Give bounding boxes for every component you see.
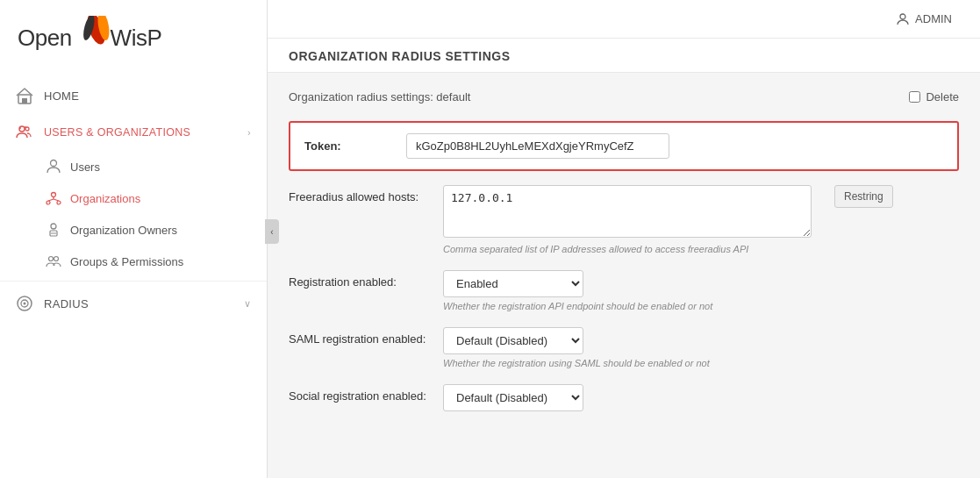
sidebar-item-groups-permissions-label: Groups & Permissions	[70, 255, 183, 268]
token-field-highlighted: Token:	[289, 121, 959, 171]
logo-icon	[68, 16, 112, 60]
svg-line-15	[54, 199, 59, 201]
sidebar-item-users[interactable]: Users	[0, 151, 267, 182]
svg-rect-4	[22, 98, 27, 103]
freeradius-label: Freeradius allowed hosts:	[289, 185, 429, 203]
sidebar-item-organizations[interactable]: Organizations	[0, 182, 267, 214]
groups-icon	[46, 253, 61, 269]
form-section-title: Organization radius settings: default	[289, 90, 470, 103]
form-section-header: Organization radius settings: default De…	[289, 90, 959, 107]
sidebar-divider	[0, 281, 267, 282]
org-icon	[46, 190, 61, 206]
sidebar-collapse-button[interactable]: ‹	[265, 219, 279, 244]
restring-button[interactable]: Restring	[834, 185, 893, 208]
svg-point-11	[46, 201, 50, 204]
sidebar-item-users-orgs-label: USERS & ORGANIZATIONS	[44, 126, 190, 139]
svg-point-8	[25, 126, 26, 128]
freeradius-content: Comma separated list of IP addresses all…	[443, 185, 812, 254]
admin-user-icon	[896, 12, 910, 26]
logo-text-wisp: WisP	[111, 25, 162, 52]
sidebar-item-org-owners[interactable]: Organization Owners	[0, 214, 267, 246]
svg-point-23	[24, 303, 26, 305]
delete-checkbox[interactable]	[909, 91, 920, 103]
registration-hint: Whether the registration API endpoint sh…	[443, 301, 812, 311]
social-row: Social registration enabled: Default (Di…	[289, 384, 959, 411]
saml-label: SAML registration enabled:	[289, 327, 429, 346]
sidebar: Open WisP HOME	[0, 0, 268, 478]
token-label: Token:	[304, 139, 392, 153]
main-content: ADMIN ORGANIZATION RADIUS SETTINGS Organ…	[268, 0, 980, 478]
users-orgs-icon	[16, 124, 33, 141]
svg-point-12	[57, 201, 61, 204]
sidebar-item-home[interactable]: HOME	[0, 77, 267, 114]
sidebar-item-groups-permissions[interactable]: Groups & Permissions	[0, 246, 267, 277]
sidebar-item-home-label: HOME	[44, 89, 79, 103]
home-icon	[16, 87, 33, 104]
radius-chevron-icon: ∨	[244, 298, 251, 310]
nav-section: HOME USERS & ORGANIZATIONS › Users	[0, 77, 267, 322]
social-label: Social registration enabled:	[289, 384, 429, 403]
sidebar-item-organizations-label: Organizations	[70, 192, 140, 205]
token-input[interactable]	[406, 133, 669, 159]
registration-row: Registration enabled: Enabled Disabled W…	[289, 270, 959, 311]
svg-point-19	[49, 257, 54, 261]
radius-icon	[16, 295, 33, 312]
saml-content: Default (Disabled) Enabled Disabled Whet…	[443, 327, 812, 368]
registration-label: Registration enabled:	[289, 270, 429, 289]
sidebar-item-users-label: Users	[70, 161, 100, 174]
svg-point-16	[51, 224, 56, 229]
users-orgs-chevron-icon: ›	[247, 127, 251, 138]
saml-select[interactable]: Default (Disabled) Enabled Disabled	[443, 327, 583, 354]
logo-area: Open WisP	[0, 0, 267, 68]
svg-point-20	[54, 257, 59, 261]
social-select[interactable]: Default (Disabled) Enabled Disabled	[443, 384, 583, 411]
saml-hint: Whether the registration using SAML shou…	[443, 358, 812, 368]
svg-point-9	[51, 161, 57, 167]
freeradius-row: Freeradius allowed hosts: Comma separate…	[289, 185, 959, 254]
top-bar: ADMIN	[268, 0, 980, 39]
user-icon	[46, 159, 61, 175]
sidebar-item-radius-label: RADIUS	[44, 297, 89, 310]
delete-checkbox-area: Delete	[909, 90, 959, 103]
saml-row: SAML registration enabled: Default (Disa…	[289, 327, 959, 368]
social-content: Default (Disabled) Enabled Disabled	[443, 384, 812, 411]
org-owners-icon	[46, 222, 61, 238]
content-area: Organization radius settings: default De…	[268, 73, 980, 478]
sidebar-item-org-owners-label: Organization Owners	[70, 224, 177, 237]
sidebar-item-radius[interactable]: RADIUS ∨	[0, 285, 267, 322]
freeradius-textarea[interactable]	[443, 185, 812, 238]
admin-label: ADMIN	[915, 12, 952, 25]
registration-select[interactable]: Enabled Disabled	[443, 270, 583, 297]
delete-label: Delete	[926, 90, 959, 103]
svg-point-24	[900, 14, 905, 19]
registration-content: Enabled Disabled Whether the registratio…	[443, 270, 812, 311]
sidebar-item-users-orgs[interactable]: USERS & ORGANIZATIONS ›	[0, 114, 267, 151]
svg-point-5	[19, 126, 25, 132]
freeradius-hint: Comma separated list of IP addresses all…	[443, 244, 812, 254]
svg-line-14	[48, 199, 54, 201]
page-header: ORGANIZATION RADIUS SETTINGS	[268, 39, 980, 73]
admin-button[interactable]: ADMIN	[889, 9, 959, 30]
page-title: ORGANIZATION RADIUS SETTINGS	[289, 49, 959, 63]
svg-point-10	[52, 193, 56, 197]
logo-text: Open	[18, 25, 72, 52]
svg-point-7	[19, 127, 21, 129]
